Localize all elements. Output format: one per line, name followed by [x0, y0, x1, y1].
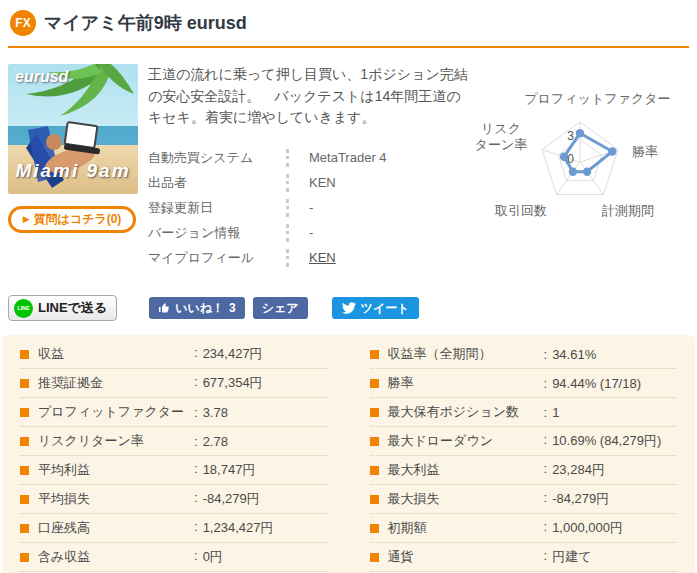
- detail-label: バージョン情報: [148, 224, 286, 242]
- stat-label: 最大保有ポジション数: [388, 403, 544, 421]
- radar-axis-winrate: 勝率: [632, 144, 658, 160]
- page-title: マイアミ午前9時 eurusd: [44, 11, 247, 35]
- stat-label: 最大損失: [388, 490, 544, 508]
- stats-panel: 収益 :234,427円 推奨証拠金 :677,354円 プロフィットファクター…: [2, 335, 695, 573]
- detail-label: 登録更新日: [148, 199, 286, 217]
- stat-row-max-profit: 最大利益 :23,284円: [370, 456, 678, 485]
- stat-value: :94.44% (17/18): [544, 376, 642, 391]
- radar-chart: プロフィットファクター 3 0 勝率 計測期間 取引回数 リスク ターン率: [480, 64, 697, 279]
- facebook-share-button[interactable]: シェア: [253, 297, 308, 319]
- stat-value: :1,234,427円: [194, 519, 273, 537]
- line-button-label: LINEで送る: [38, 299, 107, 317]
- stat-label: 含み収益: [38, 548, 194, 566]
- stat-value: :-84,279円: [194, 490, 260, 508]
- stat-value: :2.78: [194, 434, 228, 449]
- detail-row-profile: マイプロフィール KEN: [148, 245, 470, 270]
- stat-label: プロフィットファクター: [38, 403, 194, 421]
- stat-row-max-drawdown: 最大ドローダウン :10.69% (84,279円): [370, 427, 678, 456]
- detail-value: KEN: [286, 249, 470, 267]
- stat-value: :23,284円: [544, 461, 605, 479]
- stats-right-column: 収益率（全期間） :34.61% 勝率 :94.44% (17/18) 最大保有…: [370, 340, 678, 572]
- stat-label: 推奨証拠金: [38, 374, 194, 392]
- arrow-right-icon: ▶: [23, 215, 30, 224]
- social-buttons-row: LINE LINEで送る いいね！ 3 シェア ツイート: [8, 295, 689, 321]
- image-text-eurusd: eurusd: [15, 68, 68, 86]
- stat-row-margin: 推奨証拠金 :677,354円: [20, 369, 328, 398]
- bullet-icon: [370, 466, 379, 475]
- question-button[interactable]: ▶ 質問はコチラ(0): [8, 206, 136, 233]
- stat-row-profit: 収益 :234,427円: [20, 340, 328, 369]
- stat-row-balance: 口座残高 :1,234,427円: [20, 514, 328, 543]
- stat-row-initial: 初期額 :1,000,000円: [370, 514, 678, 543]
- profile-link[interactable]: KEN: [309, 250, 336, 265]
- thumbs-up-icon: [158, 302, 170, 314]
- tweet-button[interactable]: ツイート: [332, 297, 420, 319]
- bullet-icon: [370, 350, 379, 359]
- detail-row-version: バージョン情報 -: [148, 220, 470, 245]
- bullet-icon: [370, 437, 379, 446]
- stat-label: 収益率（全期間）: [388, 345, 544, 363]
- stat-value: :234,427円: [194, 345, 263, 363]
- line-icon: LINE: [14, 299, 33, 318]
- tweet-button-label: ツイート: [361, 300, 410, 317]
- stats-left-column: 収益 :234,427円 推奨証拠金 :677,354円 プロフィットファクター…: [20, 340, 328, 572]
- stat-label: リスクリターン率: [38, 432, 194, 450]
- stat-row-return-rate: 収益率（全期間） :34.61%: [370, 340, 678, 369]
- facebook-like-button[interactable]: いいね！ 3: [149, 297, 245, 319]
- stat-value: :1,000,000円: [544, 519, 623, 537]
- stat-label: 平均損失: [38, 490, 194, 508]
- stat-value: :34.61%: [544, 347, 597, 362]
- stat-value: :-84,279円: [544, 490, 610, 508]
- stat-value: :円建て: [544, 548, 592, 566]
- bullet-icon: [370, 379, 379, 388]
- stat-value: :10.69% (84,279円): [544, 432, 662, 450]
- bullet-icon: [370, 495, 379, 504]
- bullet-icon: [20, 553, 29, 562]
- detail-value: MetaTrader 4: [286, 149, 470, 167]
- twitter-bird-icon: [342, 302, 356, 314]
- radar-axis-trades: 取引回数: [480, 203, 562, 219]
- radar-axis-period: 計測期間: [582, 203, 674, 219]
- stat-row-profit-factor: プロフィットファクター :3.78: [20, 398, 328, 427]
- radar-axis-risk-return: リスク ターン率: [470, 121, 532, 154]
- bullet-icon: [20, 379, 29, 388]
- question-button-label: 質問はコチラ(0): [34, 211, 122, 228]
- share-button-label: シェア: [262, 300, 299, 317]
- main-section: eurusd Miami 9am ▶ 質問はコチラ(0) 王道の流れに乗って押し…: [0, 48, 697, 279]
- stat-value: :1: [544, 405, 560, 420]
- stat-row-max-loss: 最大損失 :-84,279円: [370, 485, 678, 514]
- stat-label: 通貨: [388, 548, 544, 566]
- product-thumbnail[interactable]: eurusd Miami 9am: [8, 64, 138, 194]
- bullet-icon: [370, 553, 379, 562]
- radar-tick-3: 3: [538, 129, 574, 143]
- bullet-icon: [370, 524, 379, 533]
- radar-tick-0: 0: [538, 152, 574, 166]
- stat-row-currency: 通貨 :円建て: [370, 543, 678, 572]
- detail-row-seller: 出品者 KEN: [148, 170, 470, 195]
- stat-row-risk-return: リスクリターン率 :2.78: [20, 427, 328, 456]
- detail-value: KEN: [286, 174, 470, 192]
- like-count: 3: [229, 301, 236, 315]
- info-column: 王道の流れに乗って押し目買い、1ポジション完結の安心安全設計。 バックテストは1…: [148, 64, 470, 279]
- bullet-icon: [20, 466, 29, 475]
- product-column: eurusd Miami 9am ▶ 質問はコチラ(0): [8, 64, 138, 279]
- bullet-icon: [20, 437, 29, 446]
- line-share-button[interactable]: LINE LINEで送る: [8, 295, 117, 321]
- page-header: FX マイアミ午前9時 eurusd: [0, 0, 697, 44]
- detail-label: マイプロフィール: [148, 249, 286, 267]
- stat-row-avg-profit: 平均利益 :18,747円: [20, 456, 328, 485]
- detail-row-updated: 登録更新日 -: [148, 195, 470, 220]
- bullet-icon: [20, 524, 29, 533]
- fx-icon: FX: [10, 10, 36, 36]
- stat-value: :677,354円: [194, 374, 263, 392]
- stat-row-avg-loss: 平均損失 :-84,279円: [20, 485, 328, 514]
- stat-row-win-rate: 勝率 :94.44% (17/18): [370, 369, 678, 398]
- bullet-icon: [20, 408, 29, 417]
- stat-label: 勝率: [388, 374, 544, 392]
- detail-value: -: [286, 224, 470, 242]
- stat-value: :18,747円: [194, 461, 255, 479]
- bullet-icon: [20, 350, 29, 359]
- stat-row-unrealized: 含み収益 :0円: [20, 543, 328, 572]
- product-description: 王道の流れに乗って押し目買い、1ポジション完結の安心安全設計。 バックテストは1…: [148, 64, 470, 129]
- stat-value: :3.78: [194, 405, 228, 420]
